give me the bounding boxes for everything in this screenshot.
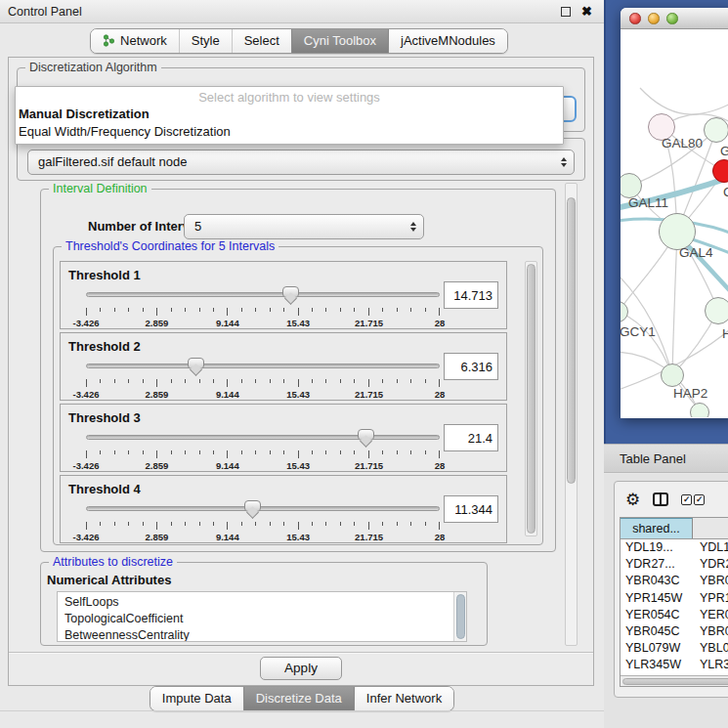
gear-icon[interactable]: ⚙ (625, 492, 640, 508)
table-row[interactable]: YBL079WYBL079W (621, 640, 728, 657)
algorithm-option-manual[interactable]: Manual Discretization (16, 106, 563, 123)
minimize-traffic-light-icon[interactable] (648, 13, 660, 24)
table-data-select[interactable]: galFiltered.sif default node (27, 150, 575, 175)
table-row[interactable]: YBR045CYBR045C (621, 623, 728, 640)
tab-cyni-toolbox-label: Cyni Toolbox (304, 33, 376, 48)
attributes-scrollbar[interactable] (453, 592, 466, 641)
cell[interactable]: YDL19... (621, 539, 693, 556)
tab-cyni-toolbox[interactable]: Cyni Toolbox (291, 29, 388, 53)
close-traffic-light-icon[interactable] (629, 13, 641, 24)
top-tab-group: Network Style Select Cyni Toolbox jActiv… (90, 28, 508, 54)
network-node-h[interactable] (705, 297, 728, 324)
tick-label: 28 (435, 532, 446, 542)
scrollbar-thumb[interactable] (567, 197, 576, 484)
threshold-3-slider[interactable]: -3.426 2.859 9.144 15.43 21.715 28 (86, 428, 440, 471)
tab-select[interactable]: Select (232, 29, 291, 53)
algorithm-option-equal-width[interactable]: Equal Width/Frequency Discretization (16, 123, 563, 141)
cell[interactable]: YBR043C (621, 573, 693, 589)
threshold-1-value-field[interactable] (444, 281, 498, 309)
slider-thumb[interactable] (282, 286, 299, 298)
columns-icon[interactable] (653, 492, 668, 506)
slider-track[interactable] (86, 435, 440, 440)
table-row[interactable]: YBR043CYBR043C (621, 573, 728, 589)
table-panel-titlebar: Table Panel (604, 444, 728, 473)
table-row[interactable]: YPR145WYPR145W (621, 590, 728, 607)
tick-label: 2.859 (146, 389, 169, 400)
tab-style[interactable]: Style (179, 29, 232, 53)
cell[interactable]: YDR27... (693, 556, 728, 573)
threshold-3-value-field[interactable] (444, 424, 498, 451)
column-header-name[interactable]: na (693, 518, 728, 538)
tab-network[interactable]: Network (91, 29, 179, 53)
close-icon[interactable]: ✖ (581, 4, 592, 20)
cell[interactable]: YPR145W (693, 590, 728, 607)
network-icon (103, 34, 115, 47)
network-node[interactable] (690, 403, 709, 417)
number-of-intervals-select[interactable]: 5 (184, 214, 424, 239)
checkbox-icon[interactable]: ✓ (681, 494, 692, 505)
tab-network-label: Network (120, 33, 167, 48)
network-node-hap2[interactable] (661, 364, 684, 387)
tick-label: 15.43 (286, 532, 310, 542)
cell[interactable]: YBR045C (621, 623, 693, 640)
table-row[interactable]: YDL19...YDL19... (621, 539, 728, 556)
slider-thumb[interactable] (244, 500, 261, 512)
tab-style-label: Style (192, 33, 220, 48)
list-item[interactable]: TopologicalCoefficient (64, 611, 452, 627)
tab-impute-data[interactable]: Impute Data (150, 687, 243, 710)
divider (0, 710, 604, 711)
slider-ticks (86, 308, 440, 317)
cell[interactable]: YDR27... (621, 556, 693, 573)
scrollbar-thumb[interactable] (456, 594, 465, 639)
checkbox-icon[interactable]: ✓ (694, 494, 705, 505)
algorithm-prompt-item[interactable]: Select algorithm to view settings (16, 87, 563, 106)
cell[interactable]: YLR345W (621, 657, 693, 673)
cell[interactable]: YBL079W (621, 640, 693, 657)
cell[interactable]: YBR043C (693, 573, 728, 589)
table-horizontal-scrollbar[interactable] (621, 675, 728, 686)
tab-jactivemnodules[interactable]: jActiveMNodules (388, 29, 507, 53)
list-item[interactable]: SelfLoops (64, 594, 452, 611)
network-view-window[interactable]: GAL80 G C GAL11 GAL4 GCY1 H HAP2 (621, 8, 728, 418)
cell[interactable]: YER054C (693, 607, 728, 623)
threshold-1-slider[interactable]: -3.426 2.859 9.144 15.43 21.715 28 (86, 285, 440, 328)
table-row[interactable]: YLR345WYLR345W (621, 657, 728, 673)
network-node[interactable] (704, 117, 728, 143)
threshold-2-value-field[interactable] (444, 353, 498, 380)
tab-infer-network-label: Infer Network (366, 691, 442, 706)
tab-jactivemnodules-label: jActiveMNodules (401, 33, 495, 48)
settings-scrollbar[interactable] (565, 183, 578, 646)
slider-thumb[interactable] (358, 429, 374, 441)
network-canvas[interactable]: GAL80 G C GAL11 GAL4 GCY1 H HAP2 (621, 29, 728, 417)
tab-infer-network[interactable]: Infer Network (354, 687, 453, 710)
tick-label: 9.144 (216, 460, 239, 471)
slider-track[interactable] (86, 364, 440, 368)
cell[interactable]: YBL079W (693, 640, 728, 657)
cell[interactable]: YPR145W (621, 590, 693, 607)
cell[interactable]: YER054C (621, 607, 693, 623)
list-item[interactable]: BetweennessCentrality (64, 627, 452, 642)
cell[interactable]: YDL19... (693, 539, 728, 556)
scrollbar-thumb[interactable] (527, 264, 535, 534)
threshold-4-value-field[interactable] (444, 495, 498, 523)
slider-thumb[interactable] (188, 358, 204, 369)
apply-button[interactable]: Apply (260, 657, 342, 680)
slider-track[interactable] (86, 506, 440, 511)
cell[interactable]: YLR345W (693, 657, 728, 673)
float-window-icon[interactable] (561, 7, 571, 17)
table-row[interactable]: YDR27...YDR27... (621, 556, 728, 573)
cell[interactable]: YBR045C (693, 623, 728, 640)
tab-discretize-data[interactable]: Discretize Data (243, 687, 354, 710)
threshold-2-slider[interactable]: -3.426 2.859 9.144 15.43 21.715 28 (86, 357, 440, 400)
scrollbar-thumb[interactable] (622, 678, 728, 685)
slider-track[interactable] (86, 292, 440, 297)
table-rows: YDL19...YDL19... YDR27...YDR27... YBR043… (621, 539, 728, 675)
table-row[interactable]: YER054CYER054C (621, 607, 728, 623)
zoom-traffic-light-icon[interactable] (666, 13, 678, 24)
apply-row: Apply (9, 657, 593, 680)
node-label-gal80: GAL80 (662, 136, 703, 150)
column-header-shared-name[interactable]: shared... (621, 518, 693, 538)
threshold-4-slider[interactable]: -3.426 2.859 9.144 15.43 21.715 28 (86, 499, 440, 542)
discretization-algorithm-group-title: Discretization Algorithm (25, 61, 161, 74)
thresholds-scrollbar[interactable] (525, 261, 537, 536)
